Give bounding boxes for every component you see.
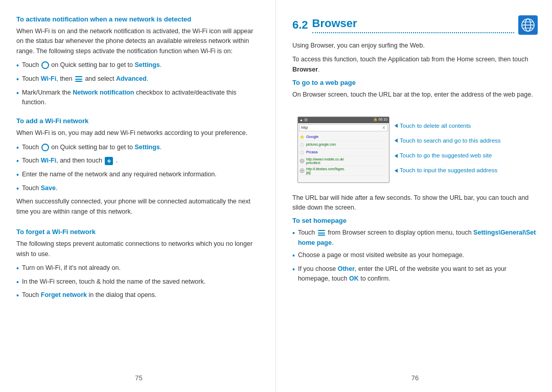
bullet-text-6: Enter the name of the network and any re… [22, 170, 261, 179]
body-connected: When successfully connected, your phone … [16, 197, 261, 217]
bullet-dot: • [16, 60, 19, 72]
body-activate-notification: When Wi-Fi is on and the network notific… [16, 27, 261, 56]
heading-forget-wifi: To forget a Wi-Fi network [16, 228, 261, 236]
link-icon-2 [300, 168, 305, 173]
gear-icon [41, 61, 49, 69]
browser-url-bar: http ✕ [299, 124, 388, 131]
wifi-label: Wi-Fi [41, 75, 56, 82]
bullet-dot: • [16, 277, 19, 288]
bullet-choose-page: • Choose a page or most visited website … [292, 250, 538, 262]
menu-icon-2 [318, 230, 325, 236]
bullet-text-r3: If you choose Other, enter the URL of th… [298, 264, 538, 284]
google-text: Google [306, 134, 318, 139]
bullet-dot: • [292, 250, 295, 262]
bullet-wifi-advanced: • Touch Wi-Fi, then and select Advanced. [16, 74, 261, 85]
left-page: To activate notification when a new netw… [0, 0, 276, 392]
bullet-settings-2: • Touch on Quick setting bar to get to S… [16, 143, 261, 154]
browser-row-bbstars: http://i.bbstars.com/5qyes. jpg [300, 166, 387, 176]
star-icon-3 [300, 150, 305, 155]
picasa-text: Picasa [306, 150, 318, 154]
heading-activate-notification: To activate notification when a new netw… [16, 15, 261, 23]
chapter-title: Browser [312, 17, 413, 31]
right-page: 6.2 Browser Using Browser, you can enjoy… [276, 0, 552, 392]
intro1: Using Browser, you can enjoy surfing the… [292, 41, 538, 51]
body-add-wifi: When Wi-Fi is on, you may add new Wi-Fi … [16, 128, 261, 138]
bullet-dot: • [16, 170, 19, 181]
section-go-to-web: To go to a web page On Browser screen, t… [292, 79, 538, 104]
bullet-text-3: Mark/Unmark the Network notification che… [22, 88, 261, 108]
browser-row-pictures: pictures.google.com [300, 141, 387, 149]
bullet-hold-network: • In the Wi-Fi screen, touch & hold the … [16, 277, 261, 288]
menu-icon [75, 76, 82, 82]
browser-mockup-area: ▲ ⓐ 🔒 06:10 http ✕ Google [292, 111, 538, 188]
settings-label-2: Settings [135, 144, 160, 151]
page-spread: To activate notification when a new netw… [0, 0, 552, 392]
bullet-text-5: Touch Wi-Fi, and then touch + . [22, 156, 261, 166]
body-forget-wifi: The following steps prevent automatic co… [16, 239, 261, 259]
section-forget-wifi: To forget a Wi-Fi network The following … [16, 228, 261, 304]
annotation-text-1: Touch to delete all contents [400, 122, 471, 130]
bullet-text-9: In the Wi-Fi screen, touch & hold the na… [22, 277, 261, 287]
annotation-delete: Touch to delete all contents [395, 122, 501, 130]
browser-row-tmobile: http://www.t-mobile.co.uk/ pmcollect [300, 156, 387, 166]
save-label: Save [41, 185, 56, 192]
bullet-dot: • [16, 156, 19, 167]
bullet-text-r1: Touch from Browser screen to display opt… [298, 228, 538, 248]
bullet-dot: • [16, 183, 19, 195]
settings-general-label: Settings\General\Set home page [298, 229, 536, 246]
status-left: ▲ ⓐ [300, 118, 308, 123]
heading-go-to-web: To go to a web page [292, 79, 538, 86]
annotation-text-2: Touch to search and go to this address [400, 136, 501, 145]
bullet-enter-network: • Enter the name of the network and any … [16, 170, 261, 181]
browser-bold: Browser [292, 66, 318, 73]
body-url-bar-hide: The URL bar will hide after a few second… [292, 193, 538, 213]
section-add-wifi: To add a Wi-Fi network When Wi-Fi is on,… [16, 117, 261, 221]
bbstars-url2: jpg [306, 171, 345, 174]
heading-set-homepage: To set homepage [292, 217, 538, 224]
bullet-dot: • [16, 88, 19, 99]
plus-icon: + [105, 157, 113, 165]
annotation-arrow-1 [395, 124, 398, 128]
settings-label: Settings [135, 61, 160, 68]
url-text: http [301, 125, 308, 130]
link-icon [300, 158, 305, 164]
bbstars-url: http://i.bbstars.com/5qyes. [306, 167, 345, 171]
bullet-text-10: Touch Forget network in the dialog that … [22, 290, 261, 300]
bullet-dot: • [292, 264, 295, 275]
wifi-label-2: Wi-Fi [41, 157, 56, 164]
bullet-wifi-plus: • Touch Wi-Fi, and then touch + . [16, 156, 261, 167]
globe-icon [518, 15, 538, 35]
browser-row-google: Google [300, 133, 387, 141]
chapter-number: 6.2 [292, 18, 308, 32]
browser-row-picasa: Picasa [300, 149, 387, 156]
bullet-text-8: Turn on Wi-Fi, if it's not already on. [22, 263, 261, 273]
svg-marker-7 [300, 143, 304, 147]
bullet-text-2: Touch Wi-Fi, then and select Advanced. [22, 74, 261, 84]
svg-marker-8 [300, 150, 304, 154]
chapter-header: 6.2 Browser [292, 15, 538, 35]
heading-add-wifi: To add a Wi-Fi network [16, 117, 261, 125]
bullet-dot: • [16, 143, 19, 154]
browser-screenshot: ▲ ⓐ 🔒 06:10 http ✕ Google [297, 117, 389, 183]
url-clear-button[interactable]: ✕ [382, 125, 386, 130]
bullet-touch-menu: • Touch from Browser screen to display o… [292, 228, 538, 248]
status-right: 🔒 06:10 [373, 118, 387, 123]
pictures-url: pictures.google.com [306, 143, 336, 146]
annotation-arrow-2 [395, 139, 398, 143]
browser-content: Google pictures.google.com Picasa [298, 132, 389, 177]
bullet-text-1: Touch on Quick setting bar to get to Set… [22, 60, 261, 70]
bullet-save: • Touch Save. [16, 183, 261, 195]
annotation-text-3: Touch to go the suggested web site [400, 151, 492, 160]
bullet-text-4: Touch on Quick setting bar to get to Set… [22, 143, 261, 152]
bullet-text-7: Touch Save. [22, 183, 261, 193]
bullet-other-url: • If you choose Other, enter the URL of … [292, 264, 538, 284]
forget-network-label: Forget network [41, 291, 87, 298]
browser-annotations: Touch to delete all contents Touch to se… [389, 111, 501, 175]
bullet-dot: • [16, 290, 19, 302]
svg-marker-6 [300, 135, 304, 139]
bullet-dot: • [16, 263, 19, 274]
bullet-turn-on-wifi: • Turn on Wi-Fi, if it's not already on. [16, 263, 261, 274]
annotation-arrow-4 [395, 169, 398, 173]
annotation-arrow-3 [395, 154, 398, 158]
bullet-forget-network: • Touch Forget network in the dialog tha… [16, 290, 261, 302]
